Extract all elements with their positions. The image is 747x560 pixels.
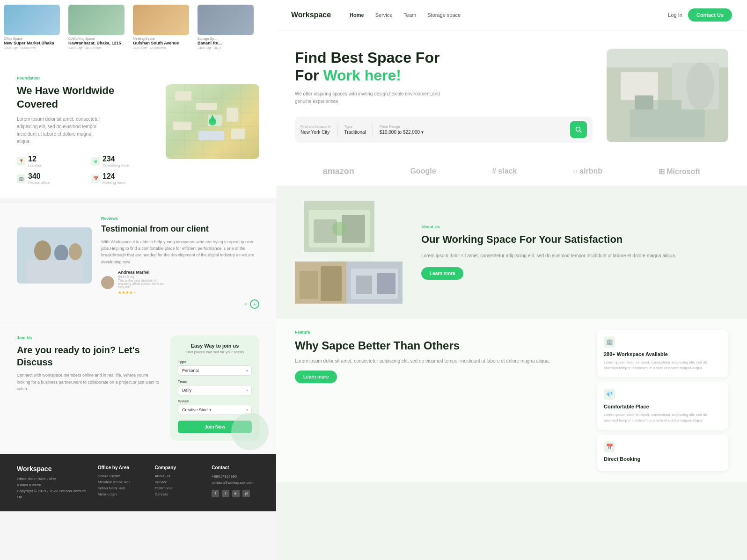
- about-label: About Us: [421, 225, 728, 229]
- nav-team[interactable]: Team: [403, 12, 416, 18]
- price-range-value[interactable]: $10,000 to $22,000 ▾: [380, 130, 424, 135]
- svg-line-24: [580, 131, 582, 132]
- working-space-section: About Us Our Working Space For Your Sati…: [276, 186, 747, 319]
- prop-meta-3: 2400 Sqft 40,000/mth: [133, 46, 194, 50]
- hero-office-svg: [607, 49, 728, 142]
- reviewer-subname: (N.H.R.E): [118, 275, 165, 279]
- svg-rect-29: [630, 109, 705, 138]
- price-to-label: to: [398, 130, 403, 135]
- type-search-value[interactable]: Traditional: [344, 130, 366, 135]
- nav-storage[interactable]: Storage space: [427, 12, 461, 18]
- prop-type-4: Storage Sp...: [198, 37, 258, 40]
- reviewer-name: Andreas Marhel: [118, 270, 165, 275]
- footer-company-link-1[interactable]: About Us: [154, 474, 202, 478]
- footer-area-link-1[interactable]: Dhaka Castle: [98, 474, 146, 478]
- footer-area-link-3[interactable]: Indian Neck Hall: [98, 486, 146, 490]
- nav-home[interactable]: Home: [350, 12, 364, 18]
- working-images: [295, 201, 407, 304]
- footer-company-title: Company: [154, 465, 202, 470]
- svg-rect-32: [658, 100, 681, 112]
- prop-card-4[interactable]: Storage Sp... Banani Ro... 2400 Sqft 40,…: [198, 5, 258, 55]
- nav-logo[interactable]: Workspace: [291, 11, 331, 19]
- private-icon: 🏢: [17, 175, 25, 183]
- testimonial-image: [17, 227, 92, 284]
- nav-links: Home Service Team Storage space: [350, 12, 668, 18]
- foundation-section: Foundation We Have Worldwide Covered Lor…: [0, 61, 276, 198]
- footer-contact-title: Contact: [212, 465, 259, 470]
- brand-amazon: amazon: [323, 167, 354, 176]
- search-price-field: Price Range $10,000 to $22,000 ▾: [380, 124, 424, 135]
- reviewer-stars: ★★★★☆: [118, 290, 165, 295]
- working-img-br: [346, 262, 403, 304]
- svg-rect-13: [173, 122, 191, 130]
- search-button[interactable]: [570, 121, 587, 138]
- map-box: [166, 84, 259, 159]
- social-linkedin[interactable]: in: [232, 490, 240, 497]
- carousel-nav[interactable]: +: [17, 299, 259, 309]
- feature-card-desc-1: Lorem ipsum dolor sit amet, consectetur …: [604, 360, 722, 371]
- search-bar: Find workspace in New York City Type Tra…: [295, 116, 593, 143]
- footer-company-col: Company About Us Service Testimonial Car…: [154, 465, 202, 500]
- footer-company-link-3[interactable]: Testimonial: [154, 486, 202, 490]
- prop-type-2: CoWorking Space: [68, 37, 129, 40]
- space-select[interactable]: Creative Studio: [178, 405, 252, 415]
- stat-location: 📍 12 Location: [17, 155, 82, 167]
- type-select-wrapper[interactable]: Personal: [178, 365, 252, 376]
- brand-google: Google: [410, 167, 436, 175]
- prop-type-3: Meeting Space: [133, 37, 194, 40]
- stat-meeting: 📅 124 Meeting room: [91, 172, 156, 185]
- social-youtube[interactable]: yt: [242, 490, 250, 497]
- footer-brand-col: Workspace Office Hour: 9AM - 9PM 6 days …: [17, 465, 88, 500]
- working-img-main: [304, 201, 374, 252]
- login-link[interactable]: Log In: [668, 12, 682, 18]
- svg-rect-10: [196, 103, 217, 110]
- working-title: Our Working Space For Your Satisfaction: [421, 233, 728, 247]
- stat-private: 🏢 340 Private office: [17, 172, 82, 185]
- team-label: Team: [178, 379, 252, 384]
- prop-type-1: Office Space: [4, 37, 65, 40]
- footer-logo: Workspace: [17, 465, 88, 473]
- feature-learn-btn[interactable]: Learn more: [295, 371, 337, 383]
- feature-card-title-2: Comfortable Place: [604, 404, 722, 409]
- footer-area-link-4[interactable]: Mera-Login: [98, 492, 146, 496]
- feature-desc: Lorem ipsum dolor sit amet, consectetur …: [295, 357, 583, 365]
- stat-cowork: 🖥 234 Coworking desk: [91, 155, 156, 167]
- office-img-2: [295, 262, 346, 304]
- social-facebook[interactable]: f: [212, 490, 219, 497]
- comfortable-icon: 💎: [604, 389, 615, 400]
- social-twitter[interactable]: t: [222, 490, 229, 497]
- team-select-wrapper[interactable]: Daily: [178, 385, 252, 395]
- svg-rect-22: [26, 260, 82, 284]
- prop-card-1[interactable]: Office Space New Super Market,Dhaka 1200…: [4, 5, 65, 55]
- footer-inner: Workspace Office Hour: 9AM - 9PM 6 days …: [17, 465, 259, 500]
- prop-card-3[interactable]: Meeting Space Gulshan South Avenue 2400 …: [133, 5, 194, 55]
- form-card-subtitle: Find places that suit for your needs: [178, 350, 252, 354]
- contact-button[interactable]: Contact Us: [688, 8, 732, 22]
- hero-desc: We offer inspiring spaces with inviting …: [295, 90, 454, 105]
- footer-company-link-4[interactable]: Careers: [154, 492, 202, 496]
- workspace-icon: 🏢: [604, 336, 615, 348]
- space-select-wrapper[interactable]: Creative Studio: [178, 405, 252, 415]
- join-title: Are you ready to join? Let's Discuss: [17, 344, 161, 368]
- team-select[interactable]: Daily: [178, 385, 252, 395]
- svg-rect-9: [175, 91, 191, 101]
- location-value[interactable]: New York City: [300, 130, 330, 135]
- footer-email: contact@workspace.com: [212, 480, 259, 486]
- nav-service[interactable]: Service: [375, 12, 393, 18]
- svg-rect-39: [300, 271, 318, 299]
- hero-title-line2-prefix: For: [295, 67, 323, 84]
- hero-title: Find Best Space For For Work here!: [295, 49, 593, 85]
- carousel-next-btn[interactable]: +: [250, 299, 259, 309]
- search-icon: [575, 126, 582, 133]
- carousel-dot-1[interactable]: [244, 303, 247, 305]
- footer-days: 6 days a week: [17, 482, 88, 488]
- svg-rect-43: [356, 276, 372, 294]
- footer-area-link-2[interactable]: Meadow Brook Hall: [98, 480, 146, 484]
- learn-more-button[interactable]: Learn more: [421, 267, 463, 280]
- svg-point-20: [54, 245, 68, 262]
- type-select[interactable]: Personal: [178, 365, 252, 376]
- footer-contact-col: Contact +88017314990 contact@workspace.c…: [212, 465, 259, 500]
- footer-company-link-2[interactable]: Service: [154, 480, 202, 484]
- prop-img-1: [4, 5, 60, 35]
- prop-card-2[interactable]: CoWorking Space Kawranbazar, Dhaka, 1215…: [68, 5, 129, 55]
